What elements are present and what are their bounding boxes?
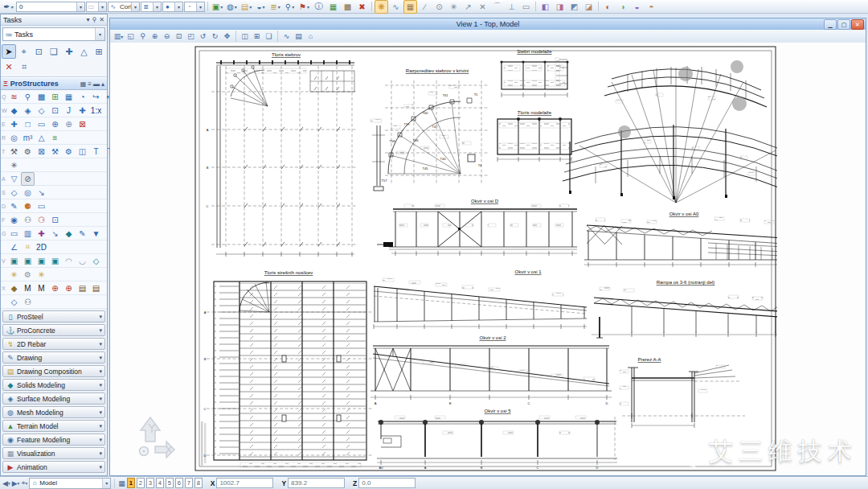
view-tool-icon[interactable]: ⚲ [137,31,149,42]
prostructures-tool-icon[interactable]: ⚇ [21,295,35,309]
view-toggle[interactable]: 8 [194,478,203,488]
task-tool-icon[interactable]: ➤ [2,44,16,59]
prostructures-tool-icon[interactable]: ⚲ [21,90,35,104]
change-attributes-icon[interactable]: ◨ [553,0,567,14]
toolbar-icon[interactable]: ≣▾ [268,0,282,14]
prostructures-tool-icon[interactable]: ✚ [35,227,48,240]
task-section-bar[interactable]: ◈ Surface Modeling ▾ [2,392,105,405]
layout-list-icon[interactable]: ≡ [88,80,92,88]
view-groups-icon[interactable]: ▦ [118,479,125,487]
prostructures-tool-icon[interactable]: ▩ [35,90,48,104]
prostructures-tool-icon[interactable]: ⊠ [76,117,89,131]
view-tool-icon[interactable]: ◫ [235,31,251,42]
view-toggle[interactable]: 6 [175,478,183,488]
view-tool-icon[interactable]: ❏ [263,31,275,42]
view-toggle[interactable]: 1 [127,478,135,488]
task-tool-icon[interactable]: ✕ [2,60,16,74]
task-tool-icon[interactable]: ⊞ [92,44,106,59]
active-level-combo[interactable]: 0▾ [16,2,85,12]
toolbar-icon[interactable]: ↗ [461,0,475,14]
prostructures-tool-icon[interactable]: ◡ [76,254,89,268]
prostructures-tool-icon[interactable]: M [21,281,35,295]
prostructures-tool-icon[interactable]: ◉ [7,213,21,227]
prostructures-tool-icon[interactable]: ◆ [62,227,76,240]
toolbar-icon[interactable]: ❋ [375,0,388,14]
prostructures-tool-icon[interactable]: ⚙ [62,145,76,158]
toolbar-icon[interactable]: ⌒ [490,0,504,14]
prostructures-tool-icon[interactable]: M [35,281,48,295]
task-section-bar[interactable]: ▦ Visualization ▾ [2,447,105,459]
toolbar-icon[interactable]: ✖ [355,0,369,14]
modify-element-icon[interactable]: ◒ [630,0,644,14]
view-tool-icon[interactable]: ▤ [293,31,305,42]
modify-element-icon[interactable]: ◑ [616,0,629,14]
prostructures-tool-icon[interactable]: ⊞ [48,90,62,104]
prostructures-tool-icon[interactable]: ⚙ [21,268,35,281]
prostructures-tool-icon[interactable]: ◔ [76,90,89,104]
view-tool-icon[interactable]: ↻ [209,31,221,42]
active-line-weight-combo[interactable]: ≣0▾ [141,2,162,12]
prostructures-tool-icon[interactable]: ▽ [7,172,21,186]
task-section-bar[interactable]: ◍ Mesh Modeling ▾ [2,406,105,418]
prostructures-tool-icon[interactable]: ◇ [89,254,103,268]
coordinate-value-field[interactable]: 1002.7 [216,478,273,488]
tasks-dropdown[interactable]: ≔ Tasks ▾ [2,27,105,41]
prostructures-tool-icon[interactable]: ≋ [7,90,21,104]
prostructures-tool-icon[interactable]: J [62,104,76,117]
change-attributes-icon[interactable]: ◩ [567,0,581,14]
toolbar-icon[interactable]: ⊙ [432,0,446,14]
prostructures-tool-icon[interactable]: △ [35,131,48,145]
prostructures-tool-icon[interactable]: ◆ [7,104,21,117]
task-tool-icon[interactable]: ⌗ [17,60,31,74]
prostructures-tool-icon[interactable]: □ [21,117,35,131]
active-color-combo[interactable]: ▭7▾ [86,2,107,12]
prostructures-tool-icon[interactable]: ⊡ [48,104,62,117]
task-tool-icon[interactable]: ❏ [47,44,61,59]
task-tool-icon[interactable]: ✚ [62,44,76,59]
prostructures-tool-icon[interactable]: ▭ [35,199,48,213]
prostructures-tool-icon[interactable]: ✳ [7,158,21,172]
task-section-bar[interactable]: ▤ Drawing Composition ▾ [2,365,105,377]
active-line-style-combo[interactable]: ∿Corb▾ [108,2,140,12]
prostructures-tool-icon[interactable]: m³ [21,131,35,145]
prostructures-tool-icon[interactable]: ⊕ [62,281,76,295]
view-tool-icon[interactable]: ↺ [197,31,209,42]
prostructures-tool-icon[interactable]: ✎ [7,199,21,213]
prostructures-header[interactable]: Ξ ProStructures ▦ ≡ ▬ ▴ [1,77,107,90]
modify-element-icon[interactable]: ◐ [601,0,615,14]
forward-button[interactable]: ▶▾ [12,479,20,487]
prostructures-tool-icon[interactable]: ▤ [89,281,103,295]
toolbar-icon[interactable]: ◍▾ [225,0,239,14]
priority-combo[interactable]: ◔0▾ [184,2,205,12]
prostructures-tool-icon[interactable]: ◎ [7,131,21,145]
close-button[interactable]: ✕ [851,19,864,30]
view-toggle[interactable]: 4 [156,478,164,488]
view-tool-icon[interactable]: ◱ [125,31,137,42]
change-attributes-icon[interactable]: ◪ [582,0,596,14]
prostructures-tool-icon[interactable]: ⊠ [35,145,48,158]
close-icon[interactable]: ✕ [99,16,104,23]
prostructures-tool-icon[interactable]: T [89,145,103,158]
view-toggle[interactable]: 7 [185,478,193,488]
prostructures-tool-icon[interactable]: ⊕ [48,117,62,131]
view-tool-icon[interactable]: ⊡ [173,31,185,42]
view-toggle[interactable]: 3 [146,478,154,488]
prostructures-tool-icon[interactable]: ↪ [89,90,103,104]
prostructures-tool-icon[interactable]: ⊕ [48,281,62,295]
prostructures-tool-icon[interactable]: ▥ [21,227,35,240]
snap-mode-button[interactable]: ⌖▾ [21,479,27,487]
tasks-panel-header[interactable]: Tasks ▾ ⚲ ✕ [1,14,107,26]
layout-panel-icon[interactable]: ▬ [93,80,100,88]
task-section-bar[interactable]: ◉ Feature Modeling ▾ [2,434,105,446]
prostructures-tool-icon[interactable]: ◠ [62,254,76,268]
view-tool-icon[interactable]: ▥▾ [113,31,125,42]
toolbar-icon[interactable]: ▤▾ [240,0,253,14]
prostructures-tool-icon[interactable]: ▣ [48,254,62,268]
prostructures-tool-icon[interactable]: ◇ [35,104,48,117]
task-section-bar[interactable]: ▲ Terrain Model ▾ [2,420,105,432]
view-tool-icon[interactable]: ✥ [221,31,233,42]
view-tool-icon[interactable]: ⊕ [149,31,161,42]
transparency-combo[interactable]: ●0▾ [162,2,183,12]
toolbar-icon[interactable]: ▭ [519,0,533,14]
prostructures-tool-icon[interactable]: ⊘ [21,172,35,186]
